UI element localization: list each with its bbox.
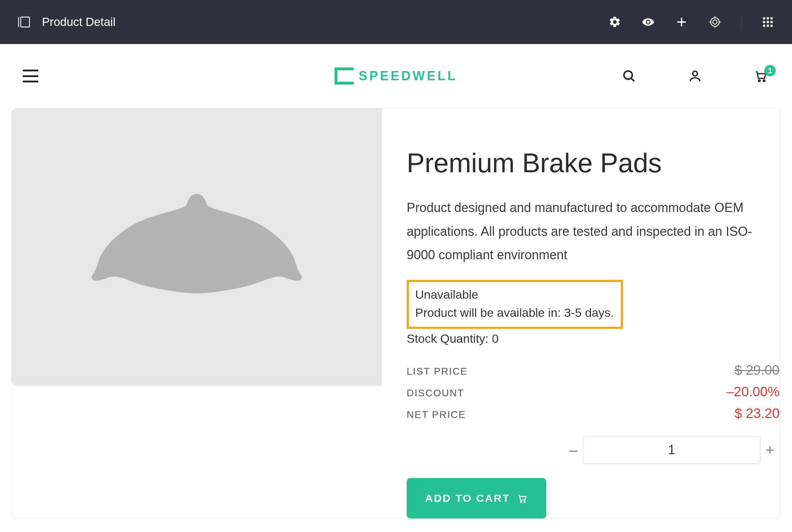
add-to-cart-label: ADD TO CART	[425, 492, 510, 504]
svg-rect-11	[767, 17, 769, 20]
svg-rect-14	[767, 21, 769, 23]
svg-rect-13	[763, 21, 765, 23]
svg-point-25	[524, 501, 525, 503]
discount-row: DISCOUNT –20.00%	[407, 384, 780, 400]
svg-rect-1	[21, 17, 30, 27]
account-icon[interactable]	[687, 68, 703, 84]
discount-value: –20.00%	[726, 384, 780, 400]
svg-rect-17	[767, 25, 769, 27]
menu-icon[interactable]	[23, 68, 38, 84]
add-icon[interactable]	[674, 15, 689, 29]
svg-rect-16	[763, 25, 765, 27]
preview-icon[interactable]	[641, 15, 655, 29]
svg-point-22	[759, 80, 760, 82]
svg-rect-10	[763, 17, 765, 20]
svg-point-23	[763, 80, 765, 82]
list-price-value: $ 29.00	[734, 363, 780, 378]
svg-rect-15	[771, 21, 773, 23]
brand-mark-icon	[335, 67, 354, 85]
svg-point-4	[711, 18, 719, 26]
product-title: Premium Brake Pads	[407, 147, 780, 178]
search-icon[interactable]	[621, 68, 637, 84]
svg-point-21	[693, 71, 697, 76]
product-image	[12, 108, 382, 386]
svg-point-5	[713, 20, 717, 24]
quantity-decrease-button[interactable]: –	[564, 440, 583, 460]
settings-icon[interactable]	[608, 15, 622, 29]
brand-name: SPEEDWELL	[359, 69, 457, 83]
svg-rect-12	[771, 17, 773, 20]
site-header: SPEEDWELL 1	[0, 44, 792, 108]
list-price-label: LIST PRICE	[407, 366, 468, 377]
product-description: Product designed and manufactured to acc…	[407, 196, 780, 267]
stock-quantity: Stock Quantity: 0	[407, 332, 780, 346]
svg-point-24	[520, 501, 522, 503]
target-icon[interactable]	[708, 15, 722, 29]
availability-eta: Product will be available in: 3-5 days.	[415, 304, 614, 322]
svg-rect-18	[771, 25, 773, 27]
net-price-label: NET PRICE	[407, 409, 466, 420]
add-to-cart-button[interactable]: ADD TO CART	[407, 478, 546, 519]
product-card: Premium Brake Pads Product designed and …	[11, 108, 781, 519]
net-price-row: NET PRICE $ 23.20	[407, 406, 780, 421]
net-price-value: $ 23.20	[734, 406, 780, 421]
apps-grid-icon[interactable]	[761, 15, 775, 29]
availability-status: Unavailable	[415, 286, 614, 304]
cart-count-badge: 1	[764, 65, 776, 76]
svg-point-19	[624, 71, 632, 79]
list-price-row: LIST PRICE $ 29.00	[407, 363, 780, 378]
cart-small-icon	[517, 493, 528, 504]
quantity-increase-button[interactable]: +	[760, 440, 780, 460]
panel-toggle-icon[interactable]	[17, 15, 32, 29]
admin-bar: Product Detail	[0, 0, 792, 44]
discount-label: DISCOUNT	[407, 387, 464, 399]
admin-page-title: Product Detail	[42, 15, 115, 29]
availability-highlight: Unavailable Product will be available in…	[407, 280, 623, 329]
brand-logo[interactable]: SPEEDWELL	[335, 67, 457, 85]
svg-line-20	[631, 78, 634, 81]
cart-icon[interactable]: 1	[753, 68, 769, 84]
admin-divider	[741, 14, 742, 30]
quantity-input[interactable]	[583, 436, 760, 464]
